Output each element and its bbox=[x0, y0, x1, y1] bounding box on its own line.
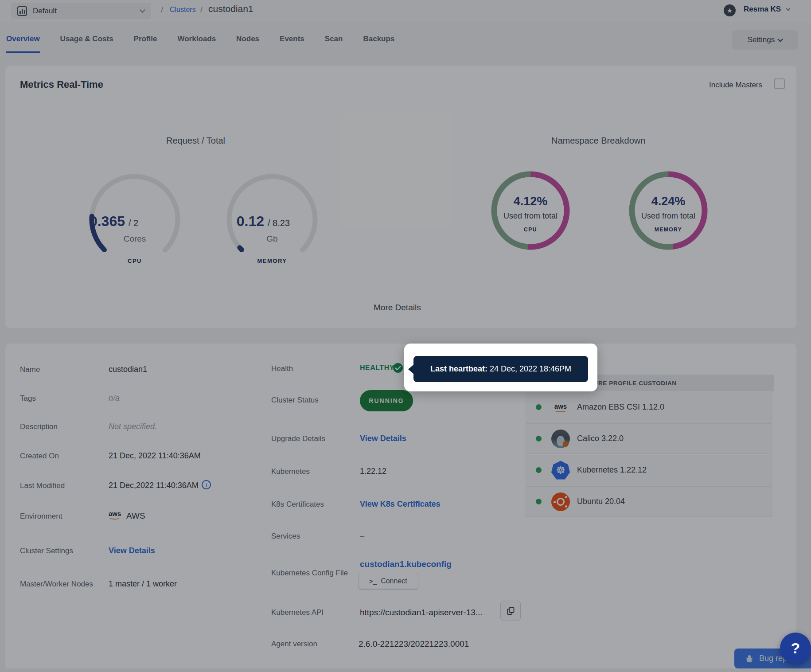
tour-dim-overlay[interactable] bbox=[0, 0, 811, 672]
tooltip-text: 24 Dec, 2022 18:46PM bbox=[487, 364, 571, 374]
last-heartbeat-tooltip: Last heartbeat: 24 Dec, 2022 18:46PM bbox=[413, 356, 588, 382]
tooltip-bold-text: Last heartbeat: bbox=[430, 364, 487, 374]
help-button[interactable]: ? bbox=[780, 633, 811, 664]
tooltip-arrow-left bbox=[408, 364, 414, 374]
help-label: ? bbox=[791, 640, 800, 657]
